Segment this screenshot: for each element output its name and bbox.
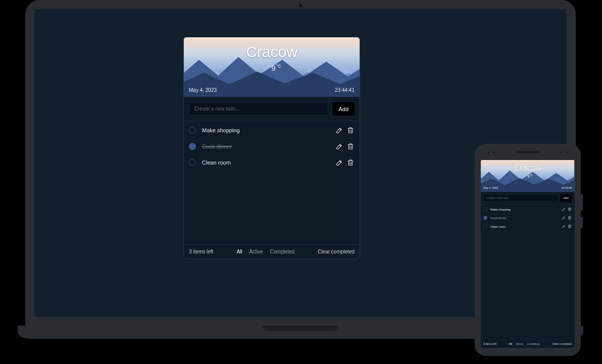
- temp-unit: °C: [530, 174, 532, 177]
- trash-icon[interactable]: [568, 207, 572, 211]
- new-todo-input[interactable]: [189, 102, 328, 116]
- edit-icon[interactable]: [562, 216, 566, 220]
- todo-footer: 3 items left All Active Completed Clear …: [481, 340, 575, 347]
- date-time-row: May 4, 2023 23:44:41: [189, 87, 355, 93]
- weather-row: ☾ 9°C: [481, 174, 575, 179]
- edit-icon[interactable]: [562, 207, 566, 211]
- new-todo-row: Add: [481, 192, 575, 204]
- todo-label: Make shopping: [202, 127, 329, 133]
- todo-label: Make shopping: [490, 207, 559, 211]
- moon-icon: ☾: [523, 175, 525, 178]
- todo-checkbox[interactable]: [483, 207, 487, 211]
- weather-header: Cracow ☾ 9°C May 4, 2023 23:43:48: [481, 160, 575, 192]
- date-text: May 4, 2023: [189, 87, 217, 93]
- edit-icon[interactable]: [335, 142, 343, 150]
- todo-list: Make shopping Cook dinner: [481, 204, 575, 340]
- trash-icon[interactable]: [568, 224, 572, 228]
- phone-side-button: [581, 217, 583, 228]
- todo-item: Cook dinner: [189, 138, 355, 154]
- todo-app-card: Cracow ☾ 9°C May 4, 2023 23:43:48 Add: [481, 160, 575, 347]
- filter-completed[interactable]: Completed: [270, 249, 294, 254]
- todo-checkbox[interactable]: [189, 143, 196, 150]
- todo-checkbox[interactable]: [483, 225, 487, 228]
- add-button[interactable]: Add: [560, 194, 572, 201]
- moon-icon: ☾: [262, 65, 267, 71]
- todo-footer: 3 items left All Active Completed Clear …: [184, 244, 360, 258]
- clear-completed[interactable]: Clear completed: [553, 342, 572, 345]
- todo-item: Cook dinner: [483, 214, 572, 222]
- todo-item: Make shopping: [189, 122, 355, 138]
- date-time-row: May 4, 2023 23:43:48: [483, 186, 572, 189]
- todo-app-card: Cracow ☾ 9°C May 4, 2023 23:44:41: [183, 37, 360, 259]
- weather-header: Cracow ☾ 9°C May 4, 2023 23:44:41: [184, 37, 360, 97]
- trash-icon[interactable]: [346, 126, 355, 134]
- todo-label: Cook dinner: [490, 216, 559, 219]
- temp-unit: °C: [276, 64, 281, 69]
- filter-group: All Active Completed: [499, 342, 549, 345]
- filter-active[interactable]: Active: [249, 249, 263, 254]
- items-left: 3 items left: [483, 342, 496, 345]
- phone-frame: Cracow ☾ 9°C May 4, 2023 23:43:48 Add: [475, 144, 581, 356]
- filter-group: All Active Completed: [218, 249, 313, 254]
- trash-icon[interactable]: [568, 216, 572, 220]
- items-left: 3 items left: [189, 249, 213, 254]
- time-text: 23:44:41: [335, 87, 355, 93]
- new-todo-row: Add: [184, 97, 360, 121]
- trash-icon[interactable]: [346, 159, 355, 167]
- add-button[interactable]: Add: [332, 102, 355, 116]
- temp-value: 9: [271, 64, 275, 72]
- todo-item: Make shopping: [483, 205, 572, 214]
- todo-item: Clean room: [483, 222, 572, 231]
- phone-screen: Cracow ☾ 9°C May 4, 2023 23:43:48 Add: [481, 160, 575, 348]
- trash-icon[interactable]: [346, 142, 355, 150]
- phone-side-button: [581, 194, 583, 211]
- time-text: 23:43:48: [562, 186, 572, 189]
- temperature: 9°C: [271, 64, 281, 72]
- todo-label: Clean room: [202, 160, 329, 166]
- edit-icon[interactable]: [335, 126, 343, 134]
- city-name: Cracow: [481, 163, 575, 172]
- todo-label: Clean room: [490, 225, 559, 228]
- todo-checkbox[interactable]: [483, 216, 487, 220]
- laptop-notch: [263, 326, 338, 331]
- todo-label: Cook dinner: [202, 143, 329, 149]
- filter-active[interactable]: Active: [516, 342, 523, 345]
- todo-list: Make shopping Cook dinner: [184, 121, 360, 244]
- phone-sensor-dots: [561, 151, 568, 153]
- city-name: Cracow: [184, 43, 360, 61]
- temp-value: 9: [527, 174, 529, 179]
- edit-icon[interactable]: [335, 159, 343, 167]
- phone-speaker: [516, 151, 539, 153]
- weather-row: ☾ 9°C: [184, 64, 360, 72]
- clear-completed[interactable]: Clear completed: [318, 249, 355, 254]
- date-text: May 4, 2023: [483, 186, 498, 189]
- todo-checkbox[interactable]: [189, 159, 196, 166]
- camera-dot: [299, 4, 302, 7]
- todo-checkbox[interactable]: [189, 127, 196, 134]
- filter-completed[interactable]: Completed: [527, 342, 540, 345]
- edit-icon[interactable]: [562, 224, 566, 228]
- todo-item: Clean room: [189, 154, 355, 171]
- filter-all[interactable]: All: [236, 249, 242, 254]
- filter-all[interactable]: All: [509, 342, 512, 345]
- phone-sensor-dots: [488, 151, 495, 153]
- temperature: 9°C: [527, 174, 532, 179]
- new-todo-input[interactable]: [483, 194, 558, 201]
